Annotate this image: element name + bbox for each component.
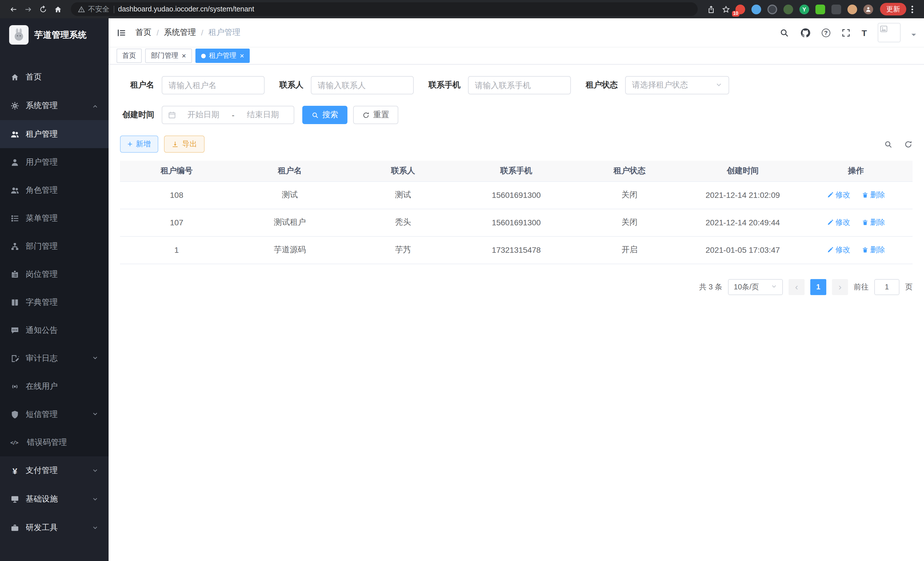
sidebar-item-user[interactable]: 用户管理 [0,148,109,176]
goto-prefix: 前往 [854,282,868,292]
sidebar-item-department[interactable]: 部门管理 [0,232,109,260]
tenant-name-input[interactable] [162,76,265,94]
breadcrumb-system: 系统管理 [164,27,196,38]
sidebar-item-tenant[interactable]: 租户管理 [0,120,109,148]
extension-icon-3[interactable] [767,4,777,14]
sidebar-item-error-code[interactable]: </> 错误码管理 [0,428,109,456]
table-header-row: 租户编号 租户名 联系人 联系手机 租户状态 创建时间 操作 [120,161,913,181]
breadcrumb-home[interactable]: 首页 [135,27,152,38]
chevron-up-icon [92,103,98,109]
security-chip[interactable]: 不安全 [78,4,110,14]
extension-icon-5[interactable] [800,4,809,14]
phone-input[interactable] [468,76,571,94]
edit-link[interactable]: 修改 [827,245,850,255]
fullscreen-icon[interactable] [841,28,851,38]
extension-icon-6[interactable] [815,4,825,14]
delete-link[interactable]: 删除 [862,217,885,228]
tag-department[interactable]: 部门管理 [145,49,192,63]
sidebar-group-system[interactable]: 系统管理 [0,92,109,120]
sidebar-group-dev-tools[interactable]: 研发工具 [0,514,109,542]
app-logo-row[interactable]: 芋道管理系统 [0,18,109,51]
app-window: 芋道管理系统 首页 系统管理 租户管理 用户管理 [0,18,924,561]
edit-link[interactable]: 修改 [827,217,850,228]
home-icon [10,73,20,82]
reset-button[interactable]: 重置 [353,106,398,124]
sidebar-item-home[interactable]: 首页 [0,63,109,92]
user-icon [10,158,20,167]
infrastructure-icon [10,495,20,504]
browser-home-button[interactable] [50,2,65,17]
extension-badge: 10 [732,11,740,16]
plus-icon [128,140,133,148]
current-page-button[interactable]: 1 [810,279,826,295]
sidebar-item-online-user[interactable]: 在线用户 [0,372,109,400]
sidebar-item-notice[interactable]: 通知公告 [0,316,109,344]
edit-link[interactable]: 修改 [827,190,850,200]
add-button[interactable]: 新增 [120,135,158,153]
sidebar-item-menu[interactable]: 菜单管理 [0,204,109,232]
sidebar-collapse-button[interactable] [117,28,126,38]
prev-page-button[interactable] [789,279,805,295]
extension-icon-8[interactable] [848,4,857,14]
tags-bar: 首页 部门管理 租户管理 [109,47,924,65]
bookmark-star-icon [722,5,730,14]
sidebar-group-infrastructure[interactable]: 基础设施 [0,485,109,514]
browser-back-button[interactable] [6,2,21,17]
browser-share-button[interactable] [704,2,718,17]
date-range-picker[interactable]: 开始日期 - 结束日期 [162,106,294,124]
home-icon [53,5,62,14]
cell-id: 1 [120,236,233,264]
page-size-select[interactable]: 10条/页 [728,279,783,295]
role-icon [10,186,20,195]
browser-menu-icon[interactable] [911,8,913,10]
user-avatar[interactable] [878,23,901,42]
tag-tenant-active[interactable]: 租户管理 [195,49,250,63]
avatar-dropdown-caret-icon[interactable] [911,34,916,38]
browser-forward-button[interactable] [21,2,35,17]
status-select[interactable]: 请选择租户状态 [625,76,729,94]
sidebar-group-audit-log[interactable]: 审计日志 [0,344,109,372]
start-date-input[interactable]: 开始日期 [178,110,228,120]
filter-create-time: 创建时间 开始日期 - 结束日期 [120,106,294,124]
contact-input[interactable] [311,76,414,94]
close-icon[interactable] [182,52,186,59]
dev-tools-icon [10,523,20,532]
sidebar-item-dictionary[interactable]: 字典管理 [0,288,109,316]
search-icon[interactable] [779,28,789,38]
error-code-icon: </> [10,439,21,445]
sidebar-group-sms[interactable]: 短信管理 [0,400,109,428]
delete-link[interactable]: 删除 [862,245,885,255]
extension-icon-2[interactable] [752,4,761,14]
main-area: 首页 / 系统管理 / 租户管理 首页 [109,18,924,561]
sidebar-item-post[interactable]: 岗位管理 [0,260,109,288]
help-icon[interactable] [822,28,830,37]
export-button[interactable]: 导出 [164,135,205,153]
extensions-tray: 10 [735,4,873,14]
github-icon[interactable] [800,27,811,38]
refresh-icon[interactable] [904,140,913,148]
filter-status: 租户状态 请选择租户状态 [586,76,729,94]
next-page-button[interactable] [832,279,848,295]
filter-phone: 联系手机 [429,76,571,94]
search-toggle-icon[interactable] [884,140,892,148]
address-bar[interactable]: 不安全 dashboard.yudao.iocoder.cn/system/te… [71,2,698,16]
browser-reload-button[interactable] [35,2,50,17]
close-icon[interactable] [240,52,244,59]
browser-update-button[interactable]: 更新 [880,3,906,15]
end-date-input[interactable]: 结束日期 [238,110,288,120]
profile-user-icon [865,6,872,12]
browser-bookmark-button[interactable] [718,2,733,17]
sidebar-group-payment[interactable]: ¥ 支付管理 [0,456,109,485]
extension-icon-4[interactable] [783,4,793,14]
search-button[interactable]: 搜索 [302,106,347,124]
calendar-icon [168,111,176,119]
font-size-icon[interactable] [862,28,867,37]
sidebar-item-role[interactable]: 角色管理 [0,176,109,204]
extension-puzzle-icon[interactable] [831,4,841,14]
delete-link[interactable]: 删除 [862,190,885,200]
goto-page-input[interactable] [874,279,899,295]
extension-icon-1[interactable]: 10 [735,4,745,14]
cell-created: 2021-12-14 21:02:09 [686,181,799,209]
browser-profile-avatar[interactable] [863,4,873,14]
tag-home[interactable]: 首页 [117,49,142,63]
